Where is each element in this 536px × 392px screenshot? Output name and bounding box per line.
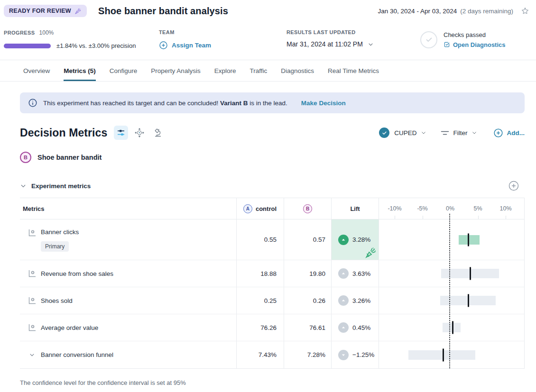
info-icon [28, 98, 37, 108]
add-metric-button[interactable]: Add... [493, 128, 525, 138]
checks-passed-text: Checks passed [444, 31, 506, 38]
metric-cell: Average order value [20, 314, 236, 341]
tab-diagnostics[interactable]: Diagnostics [281, 60, 314, 81]
table-row: Average order value76.2676.610.45% [20, 314, 524, 341]
variant-header: B Shoe banner bandit [20, 152, 525, 163]
axis-tick-mark [395, 216, 395, 219]
metric-icon [28, 296, 37, 305]
lift-value: 0.45% [352, 324, 370, 331]
tab-configure[interactable]: Configure [110, 60, 138, 81]
open-diagnostics-link[interactable]: Open Diagnostics [444, 41, 506, 48]
metric-icon [28, 323, 37, 332]
experiment-dates: Jan 30, 2024 - Apr 03, 2024 (2 days rema… [378, 8, 513, 15]
decision-metrics-header: Decision Metrics CUPED [20, 126, 525, 140]
ci-mean-line [470, 267, 471, 280]
ci-chart-cell [379, 219, 524, 260]
metric-name[interactable]: Revenue from shoe sales [41, 270, 113, 277]
cuped-dropdown[interactable]: CUPED [394, 129, 416, 137]
ci-chart-view-button[interactable] [114, 126, 128, 140]
variant-value-cell: 0.26 [284, 287, 331, 314]
ci-mean-line [452, 321, 453, 334]
variant-value: 76.61 [309, 324, 325, 331]
banner-text-suffix: is in the lead. [250, 100, 287, 107]
variant-value-cell: 19.80 [284, 260, 331, 287]
progress-section: PROGRESS 100% ±1.84% vs. ±3.00% precisio… [4, 29, 159, 50]
page-header: READY FOR REVIEW Shoe banner bandit anal… [0, 0, 536, 17]
lift-cell: 3.63% [331, 260, 379, 287]
progress-label: PROGRESS [4, 30, 35, 36]
plus-circle-icon [493, 128, 503, 138]
table-row: Shoes sold0.250.263.26% [20, 287, 524, 314]
banner-variant-name: Variant B [220, 100, 248, 107]
progress-bar [4, 44, 51, 48]
metric-cell: Revenue from shoe sales [20, 260, 236, 287]
results-label: RESULTS LAST UPDATED [286, 29, 420, 35]
tab-overview[interactable]: Overview [23, 60, 50, 81]
lift-value: −1.25% [352, 351, 374, 358]
lift-down-icon [338, 350, 349, 360]
lift-cell: 3.26% [331, 287, 379, 314]
metric-name[interactable]: Average order value [41, 324, 98, 331]
check-circle-icon [420, 31, 437, 48]
checks-section: Checks passed Open Diagnostics [420, 29, 529, 50]
add-label: Add... [507, 129, 525, 137]
page-title: Shoe banner bandit analysis [98, 6, 228, 17]
metric-cell: Shoes sold [20, 287, 236, 314]
tab-metrics-5[interactable]: Metrics (5) [64, 60, 96, 81]
variant-column-header: B [284, 198, 331, 219]
make-decision-button[interactable]: Make Decision [301, 100, 346, 107]
main-content: This experiment has reached its target a… [0, 92, 536, 392]
confidence-note: The confidence level for the confidence … [20, 379, 525, 392]
results-updated-value: Mar 31, 2024 at 11:02 PM [286, 40, 363, 48]
filter-label: Filter [453, 129, 468, 137]
lift-value: 3.63% [352, 270, 370, 277]
filter-dropdown[interactable]: Filter [441, 129, 477, 137]
assign-team-button[interactable]: Assign Team [159, 41, 286, 50]
axis-tick-label: -5% [417, 205, 427, 212]
lift-up-icon [338, 268, 349, 279]
date-range: Jan 30, 2024 - Apr 03, 2024 [378, 8, 457, 15]
ci-chart-cell [379, 287, 524, 314]
explore-view-button[interactable] [132, 126, 147, 140]
chevron-down-icon[interactable] [421, 130, 426, 136]
team-section: TEAM Assign Team [159, 29, 286, 50]
axis-tick-label: 5% [473, 205, 482, 212]
lift-column-header: Lift [331, 198, 379, 219]
tab-explore[interactable]: Explore [214, 60, 236, 81]
experiment-metrics-group: Experiment metrics [20, 180, 525, 191]
zero-baseline [449, 214, 450, 368]
open-diagnostics-label: Open Diagnostics [453, 41, 506, 48]
tab-real-time-metrics[interactable]: Real Time Metrics [328, 60, 379, 81]
axis-tick-mark [478, 216, 479, 219]
axis-tick-label: -10% [388, 205, 401, 212]
banner-text: This experiment has reached its target a… [43, 100, 218, 107]
axis-tick-label: 0% [446, 205, 454, 212]
metric-name[interactable]: Banner conversion funnel [41, 351, 113, 358]
metric-name[interactable]: Banner clicks [41, 228, 79, 236]
star-icon[interactable] [521, 7, 529, 15]
ci-chart-cell [379, 341, 524, 368]
ci-mean-line [468, 233, 469, 246]
diagnostics-icon [444, 41, 450, 48]
add-metric-to-group-button[interactable] [508, 180, 519, 191]
ci-mean-line [468, 294, 469, 307]
results-updated-dropdown[interactable]: Mar 31, 2024 at 11:02 PM [286, 40, 420, 48]
filter-icon [441, 129, 449, 136]
table-header: Metrics A control B Lift -10%-5%0%5%10% [20, 198, 524, 219]
control-value-cell: 18.88 [236, 260, 284, 287]
metric-name[interactable]: Shoes sold [41, 297, 73, 304]
banner-message: This experiment has reached its target a… [43, 100, 287, 107]
lift-value: 3.28% [352, 236, 370, 243]
control-value: 76.26 [260, 324, 277, 331]
ci-mean-line [443, 348, 444, 361]
team-label: TEAM [159, 29, 286, 35]
control-value: 18.88 [260, 270, 277, 277]
chevron-down-icon[interactable] [28, 352, 37, 358]
tab-property-analysis[interactable]: Property Analysis [151, 60, 200, 81]
tab-traffic[interactable]: Traffic [250, 60, 267, 81]
microscope-icon[interactable] [151, 126, 165, 140]
chevron-down-icon[interactable] [20, 182, 27, 189]
cuped-check-icon[interactable] [379, 128, 389, 138]
days-remaining: (2 days remaining) [460, 8, 513, 15]
section-title: Decision Metrics [20, 127, 107, 139]
